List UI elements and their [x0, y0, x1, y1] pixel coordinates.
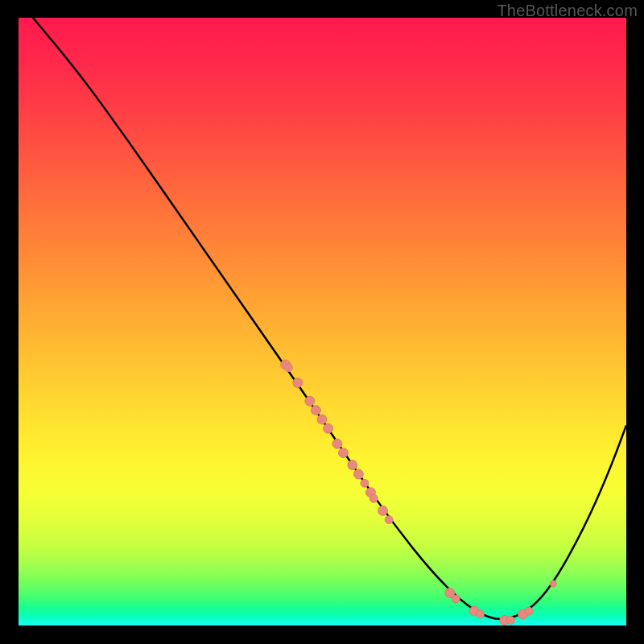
y-axis [16, 16, 19, 628]
watermark-text: TheBottleneck.com [497, 2, 638, 20]
x-axis [16, 625, 628, 628]
plot-background-gradient [18, 18, 626, 626]
chart-container: TheBottleneck.com [0, 0, 644, 644]
